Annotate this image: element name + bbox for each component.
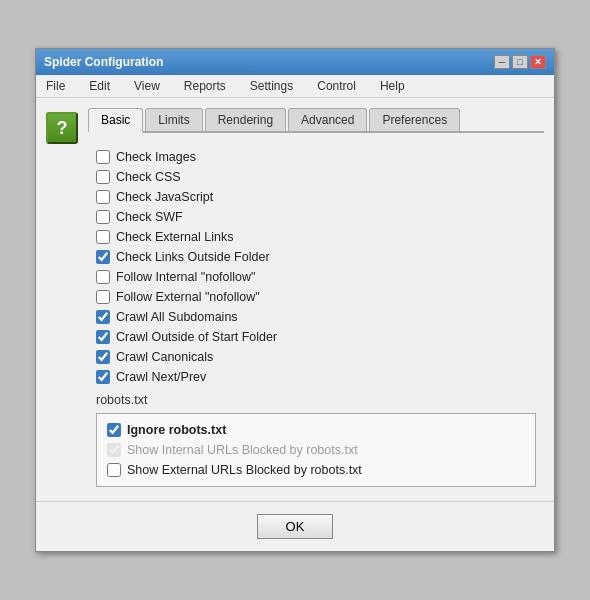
check-swf-label[interactable]: Check SWF (116, 210, 183, 224)
tab-limits[interactable]: Limits (145, 108, 202, 131)
menu-view[interactable]: View (128, 77, 166, 95)
window-title: Spider Configuration (44, 55, 163, 69)
menu-reports[interactable]: Reports (178, 77, 232, 95)
content-area: ? Basic Limits Rendering Advanced Prefer… (36, 98, 554, 501)
checkboxes-area: Check Images Check CSS Check JavaScript … (88, 143, 544, 491)
menu-control[interactable]: Control (311, 77, 362, 95)
title-bar: Spider Configuration ─ □ ✕ (36, 49, 554, 75)
check-ext-links-row: Check External Links (96, 227, 536, 247)
check-css-row: Check CSS (96, 167, 536, 187)
crawl-all-subdomains-row: Crawl All Subdomains (96, 307, 536, 327)
check-css-checkbox[interactable] (96, 170, 110, 184)
tab-rendering[interactable]: Rendering (205, 108, 286, 131)
crawl-outside-start-label[interactable]: Crawl Outside of Start Folder (116, 330, 277, 344)
check-images-label[interactable]: Check Images (116, 150, 196, 164)
crawl-next-prev-label[interactable]: Crawl Next/Prev (116, 370, 206, 384)
check-js-checkbox[interactable] (96, 190, 110, 204)
crawl-outside-start-checkbox[interactable] (96, 330, 110, 344)
robots-section-label: robots.txt (96, 391, 536, 409)
title-bar-left: Spider Configuration (44, 55, 163, 69)
check-images-row: Check Images (96, 147, 536, 167)
crawl-next-prev-checkbox[interactable] (96, 370, 110, 384)
ignore-robots-row: Ignore robots.txt (107, 420, 525, 440)
show-external-blocked-label[interactable]: Show External URLs Blocked by robots.txt (127, 463, 362, 477)
ignore-robots-label[interactable]: Ignore robots.txt (127, 423, 226, 437)
ignore-robots-checkbox[interactable] (107, 423, 121, 437)
tab-advanced[interactable]: Advanced (288, 108, 367, 131)
check-swf-row: Check SWF (96, 207, 536, 227)
menu-bar: File Edit View Reports Settings Control … (36, 75, 554, 98)
show-internal-blocked-checkbox[interactable] (107, 443, 121, 457)
menu-edit[interactable]: Edit (83, 77, 116, 95)
crawl-next-prev-row: Crawl Next/Prev (96, 367, 536, 387)
show-internal-blocked-row: Show Internal URLs Blocked by robots.txt (107, 440, 525, 460)
crawl-canonicals-checkbox[interactable] (96, 350, 110, 364)
follow-external-nofollow-label[interactable]: Follow External "nofollow" (116, 290, 260, 304)
menu-help[interactable]: Help (374, 77, 411, 95)
close-button[interactable]: ✕ (530, 55, 546, 69)
robots-box: Ignore robots.txt Show Internal URLs Blo… (96, 413, 536, 487)
robots-section: robots.txt Ignore robots.txt Show Intern… (96, 391, 536, 487)
show-external-blocked-checkbox[interactable] (107, 463, 121, 477)
follow-external-nofollow-row: Follow External "nofollow" (96, 287, 536, 307)
crawl-canonicals-row: Crawl Canonicals (96, 347, 536, 367)
show-internal-blocked-label: Show Internal URLs Blocked by robots.txt (127, 443, 358, 457)
crawl-all-subdomains-checkbox[interactable] (96, 310, 110, 324)
follow-external-nofollow-checkbox[interactable] (96, 290, 110, 304)
menu-settings[interactable]: Settings (244, 77, 299, 95)
main-panel: Basic Limits Rendering Advanced Preferen… (88, 108, 544, 491)
check-ext-links-label[interactable]: Check External Links (116, 230, 233, 244)
check-links-outside-label[interactable]: Check Links Outside Folder (116, 250, 270, 264)
menu-file[interactable]: File (40, 77, 71, 95)
tab-bar: Basic Limits Rendering Advanced Preferen… (88, 108, 544, 133)
maximize-button[interactable]: □ (512, 55, 528, 69)
crawl-all-subdomains-label[interactable]: Crawl All Subdomains (116, 310, 238, 324)
show-external-blocked-row: Show External URLs Blocked by robots.txt (107, 460, 525, 480)
check-links-outside-checkbox[interactable] (96, 250, 110, 264)
bottom-bar: OK (36, 501, 554, 551)
follow-internal-nofollow-row: Follow Internal "nofollow" (96, 267, 536, 287)
check-ext-links-checkbox[interactable] (96, 230, 110, 244)
crawl-outside-start-row: Crawl Outside of Start Folder (96, 327, 536, 347)
check-js-label[interactable]: Check JavaScript (116, 190, 213, 204)
check-images-checkbox[interactable] (96, 150, 110, 164)
follow-internal-nofollow-label[interactable]: Follow Internal "nofollow" (116, 270, 256, 284)
check-swf-checkbox[interactable] (96, 210, 110, 224)
minimize-button[interactable]: ─ (494, 55, 510, 69)
crawl-canonicals-label[interactable]: Crawl Canonicals (116, 350, 213, 364)
check-links-outside-row: Check Links Outside Folder (96, 247, 536, 267)
help-button[interactable]: ? (46, 112, 78, 144)
ok-button[interactable]: OK (257, 514, 334, 539)
follow-internal-nofollow-checkbox[interactable] (96, 270, 110, 284)
tab-preferences[interactable]: Preferences (369, 108, 460, 131)
check-js-row: Check JavaScript (96, 187, 536, 207)
tab-basic[interactable]: Basic (88, 108, 143, 133)
title-bar-controls: ─ □ ✕ (494, 55, 546, 69)
spider-config-window: Spider Configuration ─ □ ✕ File Edit Vie… (35, 48, 555, 552)
check-css-label[interactable]: Check CSS (116, 170, 181, 184)
